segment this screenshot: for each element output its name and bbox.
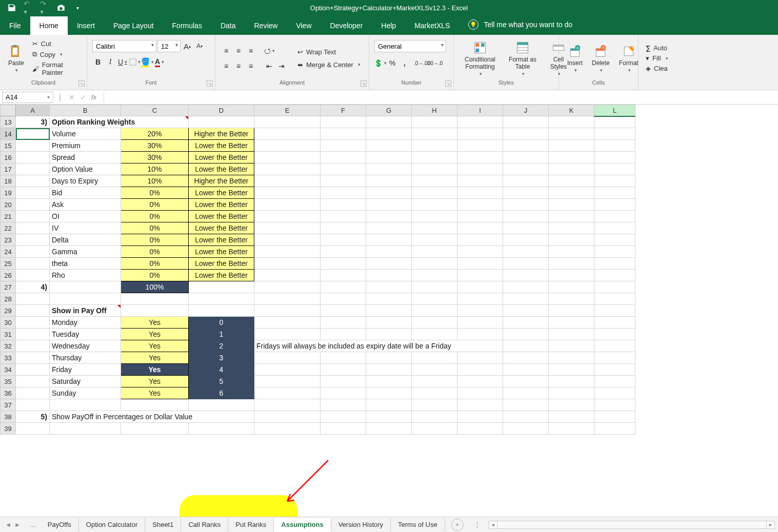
cell[interactable] <box>254 152 321 163</box>
cell[interactable] <box>549 293 594 305</box>
cell[interactable]: 1 <box>189 329 254 340</box>
cell[interactable]: Tuesday <box>50 329 121 340</box>
col-header-A[interactable]: A <box>16 105 50 116</box>
cell[interactable] <box>254 270 321 281</box>
cell[interactable] <box>457 399 503 411</box>
fx-icon[interactable]: fx <box>91 93 96 101</box>
format-as-table-button[interactable]: Format as Table <box>504 39 541 77</box>
cell[interactable] <box>503 317 549 329</box>
cell[interactable]: Yes <box>121 352 189 364</box>
cell[interactable]: 4 <box>189 364 254 376</box>
cell[interactable] <box>549 152 594 163</box>
cell[interactable] <box>503 199 549 211</box>
cell[interactable] <box>457 163 503 175</box>
cell[interactable] <box>16 152 50 163</box>
cell[interactable] <box>121 423 189 435</box>
cell[interactable] <box>254 199 321 211</box>
cell[interactable] <box>16 305 50 317</box>
row-header[interactable]: 33 <box>1 352 16 364</box>
cell[interactable] <box>189 293 254 305</box>
cell[interactable]: Lower the Better <box>189 140 254 152</box>
cell[interactable] <box>503 281 549 293</box>
row-header[interactable]: 27 <box>1 281 16 293</box>
cell[interactable]: Gamma <box>50 246 121 258</box>
cell[interactable]: Monday <box>50 317 121 329</box>
alignment-launcher-icon[interactable]: ↘ <box>361 80 367 87</box>
cell[interactable]: Fridays will always be included as expir… <box>254 340 503 352</box>
cell[interactable] <box>457 329 503 340</box>
cell[interactable] <box>457 175 503 187</box>
cell[interactable] <box>16 317 50 329</box>
cell[interactable]: 0% <box>121 246 189 258</box>
cell[interactable] <box>321 305 366 317</box>
font-color-button[interactable]: A <box>154 56 165 68</box>
new-sheet-button[interactable]: + <box>451 519 464 531</box>
row-header[interactable]: 37 <box>1 399 16 411</box>
bold-button[interactable]: B <box>92 56 104 68</box>
cell[interactable] <box>189 399 254 411</box>
cell[interactable] <box>16 340 50 352</box>
cell[interactable] <box>594 222 635 234</box>
cell[interactable] <box>503 128 549 140</box>
cell[interactable] <box>189 116 254 128</box>
cell[interactable] <box>549 258 594 270</box>
cell[interactable] <box>457 270 503 281</box>
cell[interactable] <box>412 187 457 199</box>
cell[interactable] <box>549 199 594 211</box>
orientation-icon[interactable]: ⭯ <box>264 45 275 56</box>
row-header[interactable]: 13 <box>1 116 16 128</box>
cell[interactable] <box>549 222 594 234</box>
cell[interactable] <box>594 116 635 128</box>
cell[interactable] <box>594 387 635 399</box>
cell[interactable]: 0% <box>121 199 189 211</box>
cell[interactable] <box>321 293 366 305</box>
cell[interactable] <box>412 423 457 435</box>
cell[interactable] <box>366 128 412 140</box>
name-box[interactable]: A14 <box>2 92 53 103</box>
dec-decimal-icon[interactable]: .00→.0 <box>429 57 440 69</box>
indent-inc-icon[interactable]: ⇥ <box>276 60 287 72</box>
sheet-nav-prev-icon[interactable]: ◄ <box>5 521 11 528</box>
cell[interactable] <box>594 211 635 222</box>
cell[interactable] <box>594 399 635 411</box>
col-header-I[interactable]: I <box>457 105 503 116</box>
cell[interactable]: Higher the Better <box>189 128 254 140</box>
cell[interactable] <box>254 246 321 258</box>
row-header[interactable]: 36 <box>1 387 16 399</box>
cell[interactable] <box>503 399 549 411</box>
row-header[interactable]: 21 <box>1 211 16 222</box>
cell[interactable] <box>366 364 412 376</box>
cell[interactable] <box>254 423 321 435</box>
sheet-tab-terms-of-use[interactable]: Terms of Use <box>391 518 445 531</box>
cell[interactable] <box>16 352 50 364</box>
cell[interactable]: 10% <box>121 175 189 187</box>
cell[interactable] <box>412 411 457 423</box>
cell[interactable] <box>366 116 412 128</box>
cell[interactable] <box>16 399 50 411</box>
sheet-tab-call-ranks[interactable]: Call Ranks <box>181 518 228 531</box>
cell[interactable] <box>549 163 594 175</box>
cell[interactable] <box>321 387 366 399</box>
cell[interactable]: 3) <box>16 116 50 128</box>
cell[interactable] <box>16 423 50 435</box>
cell[interactable] <box>594 246 635 258</box>
cell[interactable] <box>16 387 50 399</box>
sheet-tab-put-ranks[interactable]: Put Ranks <box>228 518 274 531</box>
cell[interactable]: Ask <box>50 199 121 211</box>
wrap-text-button[interactable]: ↩Wrap Text <box>295 48 363 56</box>
cell[interactable]: Rho <box>50 270 121 281</box>
cell[interactable] <box>412 281 457 293</box>
cell[interactable] <box>366 187 412 199</box>
save-icon[interactable] <box>7 3 16 12</box>
clipboard-launcher-icon[interactable]: ↘ <box>78 80 85 87</box>
cell[interactable]: 0% <box>121 187 189 199</box>
cell[interactable] <box>549 317 594 329</box>
cell[interactable] <box>366 258 412 270</box>
row-header[interactable]: 14 <box>1 128 16 140</box>
cell[interactable] <box>16 293 50 305</box>
cell[interactable] <box>412 293 457 305</box>
cell[interactable]: 5) <box>16 411 50 423</box>
cell[interactable]: 30% <box>121 140 189 152</box>
row-header[interactable]: 35 <box>1 376 16 387</box>
cell[interactable] <box>321 140 366 152</box>
